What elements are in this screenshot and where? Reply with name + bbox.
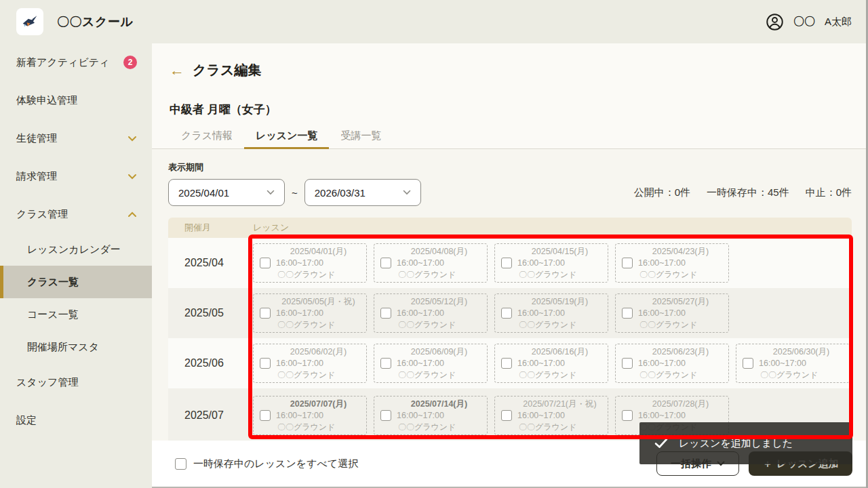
sidebar-item-6[interactable]: レッスンカレンダー bbox=[0, 233, 152, 266]
back-row: ← クラス編集 bbox=[170, 61, 261, 79]
sidebar-item-11[interactable]: 設定 bbox=[0, 401, 152, 439]
lesson-checkbox[interactable] bbox=[501, 258, 512, 268]
sidebar-item-label: クラス管理 bbox=[16, 208, 68, 221]
lesson-place: 〇〇グラウンド bbox=[517, 370, 602, 380]
lesson-checkbox[interactable] bbox=[260, 410, 271, 421]
lesson-checkbox[interactable] bbox=[260, 358, 271, 369]
lessons-cell: 2025/04/01(月) 16:00~17:00 〇〇グラウンド 2025/0… bbox=[253, 238, 852, 288]
period-start-select[interactable]: 2025/04/01 bbox=[168, 179, 285, 206]
lesson-card-text: 2025/06/02(月) 16:00~17:00 〇〇グラウンド bbox=[276, 347, 361, 380]
month-cell: 2025/06 bbox=[168, 338, 253, 388]
header-account-area: 〇〇 A太郎 bbox=[766, 13, 852, 31]
lesson-time: 16:00~17:00 bbox=[517, 258, 602, 268]
period-start-value: 2025/04/01 bbox=[178, 187, 229, 199]
lesson-checkbox[interactable] bbox=[380, 358, 391, 369]
lesson-checkbox[interactable] bbox=[260, 258, 271, 268]
lesson-card[interactable]: 2025/07/14(月) 16:00~17:00 〇〇グラウンド bbox=[374, 396, 488, 435]
lesson-card[interactable]: 2025/05/27(月) 16:00~17:00 〇〇グラウンド bbox=[615, 293, 729, 333]
sidebar-item-8[interactable]: コース一覧 bbox=[0, 298, 152, 331]
user-account-icon[interactable] bbox=[766, 13, 784, 31]
period-separator: ~ bbox=[292, 187, 298, 199]
select-all-checkbox[interactable] bbox=[175, 458, 186, 470]
lesson-card[interactable]: 2025/06/09(月) 16:00~17:00 〇〇グラウンド bbox=[374, 344, 488, 383]
table-row: 2025/04 2025/04/01(月) 16:00~17:00 〇〇グラウン… bbox=[168, 238, 852, 288]
lesson-checkbox[interactable] bbox=[380, 308, 391, 319]
tab-2[interactable]: レッスン一覧 bbox=[244, 124, 329, 149]
lesson-date: 2025/04/01(月) bbox=[276, 247, 361, 257]
lesson-checkbox[interactable] bbox=[260, 308, 271, 319]
tab-3[interactable]: 受講一覧 bbox=[329, 124, 393, 149]
lesson-date: 2025/05/19(月) bbox=[517, 297, 602, 307]
main-content: ← クラス編集 中級者 月曜（女子） クラス情報レッスン一覧受講一覧 表示期間 … bbox=[152, 43, 868, 488]
lesson-card-text: 2025/06/16(月) 16:00~17:00 〇〇グラウンド bbox=[517, 347, 602, 380]
sidebar-item-1[interactable]: 新着アクティビティ2 bbox=[0, 43, 152, 81]
lesson-place: 〇〇グラウンド bbox=[638, 270, 723, 280]
account-org: 〇〇 bbox=[793, 15, 815, 29]
sidebar-item-5[interactable]: クラス管理 bbox=[0, 195, 152, 233]
lesson-card[interactable]: 2025/04/01(月) 16:00~17:00 〇〇グラウンド bbox=[253, 243, 367, 283]
lesson-checkbox[interactable] bbox=[622, 410, 633, 421]
sidebar-item-label: 開催場所マスタ bbox=[27, 341, 99, 354]
sidebar-item-2[interactable]: 体験申込管理 bbox=[0, 81, 152, 119]
lesson-place: 〇〇グラウンド bbox=[397, 370, 481, 380]
lesson-card[interactable]: 2025/06/02(月) 16:00~17:00 〇〇グラウンド bbox=[253, 344, 367, 383]
lesson-card-text: 2025/04/23(月) 16:00~17:00 〇〇グラウンド bbox=[638, 247, 723, 280]
lesson-checkbox[interactable] bbox=[622, 308, 633, 319]
tab-1[interactable]: クラス情報 bbox=[170, 124, 244, 149]
lesson-card-text: 2025/04/15(月) 16:00~17:00 〇〇グラウンド bbox=[517, 247, 602, 280]
lesson-checkbox[interactable] bbox=[501, 308, 512, 319]
chevron-down-icon bbox=[127, 174, 137, 180]
lesson-date: 2025/07/07(月) bbox=[276, 399, 361, 409]
lesson-card[interactable]: 2025/06/30(月) 16:00~17:00 〇〇グラウンド bbox=[736, 344, 850, 383]
class-name: 中級者 月曜（女子） bbox=[170, 102, 277, 117]
lesson-card-text: 2025/05/19(月) 16:00~17:00 〇〇グラウンド bbox=[517, 297, 602, 330]
lesson-checkbox[interactable] bbox=[743, 358, 753, 369]
lesson-checkbox[interactable] bbox=[622, 358, 633, 369]
lessons-cell: 2025/05/05(月・祝) 16:00~17:00 〇〇グラウンド 2025… bbox=[253, 288, 852, 338]
lesson-checkbox[interactable] bbox=[501, 358, 512, 369]
sidebar-item-label: 体験申込管理 bbox=[16, 94, 77, 107]
account-user[interactable]: A太郎 bbox=[825, 16, 852, 28]
status-count: 中止：0件 bbox=[806, 186, 852, 199]
lesson-checkbox[interactable] bbox=[501, 410, 512, 421]
column-header-lesson: レッスン bbox=[253, 222, 289, 234]
sidebar-item-label: スタッフ管理 bbox=[16, 376, 78, 389]
lesson-card[interactable]: 2025/07/21(月・祝) 16:00~17:00 〇〇グラウンド bbox=[494, 396, 608, 435]
lesson-card[interactable]: 2025/06/23(月) 16:00~17:00 〇〇グラウンド bbox=[615, 344, 729, 383]
tab-bar: クラス情報レッスン一覧受講一覧 bbox=[170, 124, 393, 149]
lesson-time: 16:00~17:00 bbox=[276, 359, 361, 369]
toast-message: レッスンを追加しました bbox=[679, 437, 793, 450]
sidebar-item-7[interactable]: クラス一覧 bbox=[0, 266, 152, 298]
lesson-card[interactable]: 2025/05/05(月・祝) 16:00~17:00 〇〇グラウンド bbox=[253, 293, 367, 333]
lesson-card[interactable]: 2025/04/08(月) 16:00~17:00 〇〇グラウンド bbox=[374, 243, 488, 283]
lesson-card[interactable]: 2025/05/12(月) 16:00~17:00 〇〇グラウンド bbox=[374, 293, 488, 333]
lesson-place: 〇〇グラウンド bbox=[276, 422, 361, 432]
lesson-card-text: 2025/07/07(月) 16:00~17:00 〇〇グラウンド bbox=[276, 399, 361, 432]
lesson-card-text: 2025/05/27(月) 16:00~17:00 〇〇グラウンド bbox=[638, 297, 723, 330]
back-arrow-icon[interactable]: ← bbox=[170, 63, 184, 78]
lesson-place: 〇〇グラウンド bbox=[759, 370, 844, 380]
lesson-card-text: 2025/06/09(月) 16:00~17:00 〇〇グラウンド bbox=[397, 347, 481, 380]
select-all-label: 一時保存中のレッスンをすべて選択 bbox=[193, 458, 358, 470]
lesson-date: 2025/07/14(月) bbox=[397, 399, 481, 409]
sidebar-item-label: クラス一覧 bbox=[27, 276, 79, 289]
lesson-card-text: 2025/07/21(月・祝) 16:00~17:00 〇〇グラウンド bbox=[517, 399, 602, 432]
check-icon bbox=[654, 438, 668, 449]
period-end-select[interactable]: 2026/03/31 bbox=[304, 179, 421, 206]
sidebar-item-9[interactable]: 開催場所マスタ bbox=[0, 331, 152, 363]
sidebar-item-10[interactable]: スタッフ管理 bbox=[0, 363, 152, 401]
select-all-row[interactable]: 一時保存中のレッスンをすべて選択 bbox=[175, 441, 358, 487]
lesson-card-text: 2025/06/23(月) 16:00~17:00 〇〇グラウンド bbox=[638, 347, 723, 380]
lesson-card[interactable]: 2025/07/07(月) 16:00~17:00 〇〇グラウンド bbox=[253, 396, 367, 435]
lesson-card[interactable]: 2025/05/19(月) 16:00~17:00 〇〇グラウンド bbox=[494, 293, 608, 333]
lesson-place: 〇〇グラウンド bbox=[397, 320, 481, 330]
sidebar-item-3[interactable]: 生徒管理 bbox=[0, 119, 152, 157]
lesson-place: 〇〇グラウンド bbox=[517, 320, 602, 330]
lesson-checkbox[interactable] bbox=[622, 258, 633, 268]
lesson-checkbox[interactable] bbox=[380, 258, 391, 268]
lesson-card[interactable]: 2025/04/23(月) 16:00~17:00 〇〇グラウンド bbox=[615, 243, 729, 283]
lesson-card[interactable]: 2025/06/16(月) 16:00~17:00 〇〇グラウンド bbox=[494, 344, 608, 383]
lesson-card[interactable]: 2025/04/15(月) 16:00~17:00 〇〇グラウンド bbox=[494, 243, 608, 283]
sidebar-item-4[interactable]: 請求管理 bbox=[0, 157, 152, 195]
lesson-checkbox[interactable] bbox=[380, 410, 391, 421]
